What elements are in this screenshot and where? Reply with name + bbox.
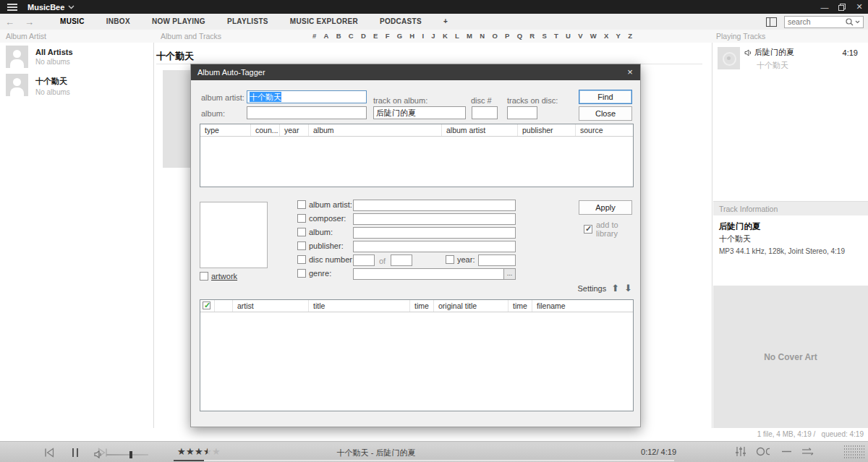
- move-down-arrow-icon[interactable]: ⬇: [624, 283, 632, 293]
- artwork-preview-box[interactable]: [200, 202, 268, 268]
- tag-album-input[interactable]: [353, 227, 516, 239]
- tab-music-explorer[interactable]: MUSIC EXPLORER: [279, 14, 369, 30]
- tracks-on-disc-input[interactable]: [507, 106, 537, 119]
- year-input[interactable]: [478, 254, 516, 266]
- results-column-header[interactable]: album artist: [442, 124, 518, 136]
- search-icon[interactable]: [846, 18, 854, 26]
- alphabet-letter[interactable]: N: [480, 32, 485, 40]
- tag-composer-input[interactable]: [353, 213, 516, 225]
- alphabet-letter[interactable]: F: [386, 32, 390, 40]
- scrobble-icon[interactable]: [756, 447, 772, 456]
- tab-now-playing[interactable]: NOW PLAYING: [141, 14, 216, 30]
- equalizer-icon[interactable]: [735, 446, 746, 457]
- tag-composer-checkbox[interactable]: [297, 214, 306, 223]
- alphabet-letter[interactable]: Z: [628, 32, 632, 40]
- restore-button[interactable]: [833, 0, 851, 14]
- add-to-library-checkbox[interactable]: [584, 225, 592, 234]
- playing-track-row[interactable]: 后陡门的夏 4:19 十个勤天: [713, 43, 868, 71]
- track-on-album-input[interactable]: [373, 106, 466, 119]
- tab-podcasts[interactable]: PODCASTS: [369, 14, 433, 30]
- tracks-column-header[interactable]: [200, 300, 215, 312]
- tag-album-checkbox[interactable]: [297, 228, 306, 236]
- tracks-column-header[interactable]: time: [410, 300, 434, 312]
- alphabet-letter[interactable]: W: [590, 32, 597, 40]
- results-column-header[interactable]: coun...: [251, 124, 280, 136]
- alphabet-letter[interactable]: K: [443, 32, 448, 40]
- alphabet-letter[interactable]: L: [455, 32, 459, 40]
- tracks-table[interactable]: artisttitletimeoriginal titletimefilenam…: [200, 299, 634, 411]
- repeat-off-icon[interactable]: [781, 447, 792, 456]
- tracks-column-header[interactable]: filename: [532, 300, 633, 312]
- alphabet-letter[interactable]: C: [349, 32, 354, 40]
- alphabet-letter[interactable]: T: [554, 32, 558, 40]
- minimize-button[interactable]: —: [816, 0, 833, 14]
- tracks-column-header[interactable]: original title: [434, 300, 509, 312]
- alphabet-letter[interactable]: H: [409, 32, 414, 40]
- tag-publisher-checkbox[interactable]: [297, 241, 306, 250]
- alphabet-letter[interactable]: A: [324, 32, 329, 40]
- select-all-checkbox[interactable]: [203, 301, 210, 309]
- artwork-checkbox[interactable]: [200, 272, 208, 281]
- tracks-column-header[interactable]: title: [309, 300, 410, 312]
- search-results-table[interactable]: typecoun...yearalbumalbum artistpublishe…: [200, 124, 634, 187]
- close-button[interactable]: ✕: [851, 0, 868, 14]
- results-column-header[interactable]: source: [576, 124, 633, 136]
- disc-count-input[interactable]: [391, 254, 412, 266]
- alphabet-letter[interactable]: M: [467, 32, 472, 40]
- previous-track-button[interactable]: [43, 448, 55, 458]
- album-artist-input[interactable]: 十个勤天: [247, 90, 367, 103]
- forward-arrow-icon[interactable]: →: [20, 17, 39, 27]
- volume-slider-thumb[interactable]: [129, 451, 132, 458]
- back-arrow-icon[interactable]: ←: [0, 17, 20, 27]
- alphabet-letter[interactable]: #: [312, 32, 316, 40]
- move-up-arrow-icon[interactable]: ⬆: [611, 283, 619, 293]
- results-column-header[interactable]: type: [200, 124, 251, 136]
- tracks-column-header[interactable]: artist: [233, 300, 309, 312]
- alphabet-letter[interactable]: V: [578, 32, 582, 40]
- panel-layout-icon[interactable]: [766, 17, 777, 27]
- disc-number-input[interactable]: [472, 106, 498, 119]
- tracks-column-header[interactable]: [215, 300, 233, 312]
- alphabet-letter[interactable]: Y: [616, 32, 621, 40]
- alphabet-letter[interactable]: I: [422, 32, 424, 40]
- search-options-chevron-icon[interactable]: [855, 20, 860, 24]
- artist-list-item[interactable]: All ArtistsNo albums: [6, 46, 153, 68]
- tag-disc-number-checkbox[interactable]: [297, 255, 306, 264]
- tag-album-artist-input[interactable]: [353, 200, 516, 211]
- alphabet-letter[interactable]: J: [431, 32, 435, 40]
- alphabet-letter[interactable]: R: [529, 32, 535, 40]
- artwork-link[interactable]: artwork: [211, 272, 237, 281]
- results-column-header[interactable]: album: [309, 124, 442, 136]
- genre-input[interactable]: [353, 268, 504, 280]
- spectrum-visualizer-icon[interactable]: [843, 445, 865, 460]
- apply-button[interactable]: Apply: [579, 200, 632, 215]
- results-column-header[interactable]: year: [280, 124, 309, 136]
- pause-button[interactable]: [71, 448, 80, 458]
- chevron-down-icon[interactable]: [68, 5, 75, 9]
- menu-icon[interactable]: [7, 4, 17, 11]
- alphabet-letter[interactable]: S: [542, 32, 546, 40]
- artist-list-item[interactable]: 十个勤天No albums: [6, 74, 153, 96]
- alphabet-letter[interactable]: B: [336, 32, 341, 40]
- alphabet-letter[interactable]: Q: [517, 32, 522, 40]
- alphabet-letter[interactable]: E: [373, 32, 378, 40]
- dialog-close-icon[interactable]: ×: [623, 64, 637, 80]
- genre-browse-button[interactable]: ...: [504, 268, 516, 280]
- alphabet-letter[interactable]: O: [492, 32, 497, 40]
- tracks-column-header[interactable]: time: [509, 300, 532, 312]
- playback-time[interactable]: 0:12/ 4:19: [571, 448, 676, 456]
- tag-publisher-input[interactable]: [353, 241, 516, 252]
- alphabet-letter[interactable]: X: [604, 32, 608, 40]
- results-column-header[interactable]: publisher: [518, 124, 576, 136]
- close-dialog-button[interactable]: Close: [579, 106, 632, 121]
- shuffle-icon[interactable]: [801, 447, 814, 456]
- search-input[interactable]: [788, 17, 846, 26]
- track-progress-bar[interactable]: [174, 460, 674, 461]
- tab-inbox[interactable]: INBOX: [95, 14, 141, 30]
- album-input[interactable]: [247, 106, 367, 119]
- tag-genre-checkbox[interactable]: [297, 269, 306, 278]
- dialog-title-bar[interactable]: Album Auto-Tagger ×: [191, 64, 640, 80]
- volume-speaker-icon[interactable]: [94, 450, 103, 458]
- tab-playlists[interactable]: PLAYLISTS: [216, 14, 279, 30]
- alphabet-letter[interactable]: U: [566, 32, 571, 40]
